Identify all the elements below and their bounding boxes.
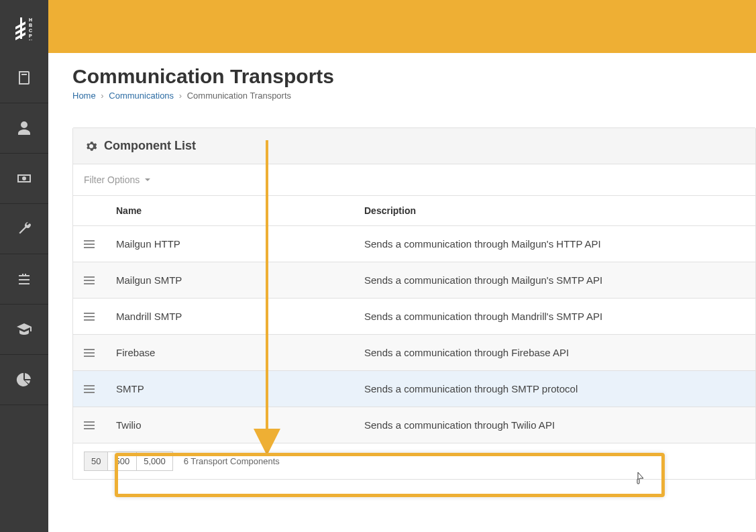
nav-chart-icon[interactable] xyxy=(0,355,48,405)
header-description[interactable]: Description xyxy=(364,205,745,216)
drag-handle-icon[interactable] xyxy=(84,384,116,394)
main-area: Communication Transports Home › Communic… xyxy=(48,0,756,532)
component-list-panel: Component List Filter Options Name Descr… xyxy=(72,127,756,480)
nav-graduation-icon[interactable] xyxy=(0,305,48,355)
nav-book-icon[interactable] xyxy=(0,53,48,103)
page-sizes: 505005,000 xyxy=(84,451,173,471)
svg-rect-12 xyxy=(84,276,95,278)
svg-rect-22 xyxy=(84,388,95,390)
drag-handle-icon[interactable] xyxy=(84,311,116,322)
top-banner xyxy=(48,0,756,53)
table-row[interactable]: Mandrill SMTPSends a communication throu… xyxy=(73,299,755,335)
table-footer: 505005,000 6 Transport Components xyxy=(73,443,755,479)
page-size-button[interactable]: 5,000 xyxy=(136,451,173,471)
svg-rect-16 xyxy=(84,316,95,317)
svg-text:C: C xyxy=(29,28,32,33)
panel-header: Component List xyxy=(73,128,755,164)
table-header: Name Description xyxy=(73,196,755,226)
row-description: Sends a communication through Mailgun's … xyxy=(364,238,745,250)
svg-text:P: P xyxy=(29,34,32,38)
svg-rect-29 xyxy=(637,479,639,484)
chevron-right-icon: › xyxy=(179,91,182,101)
row-name: Mailgun HTTP xyxy=(116,238,364,250)
svg-rect-26 xyxy=(84,428,95,429)
table-row[interactable]: TwilioSends a communication through Twil… xyxy=(73,407,755,443)
drag-handle-icon[interactable] xyxy=(84,348,116,358)
svg-rect-24 xyxy=(84,421,95,423)
drag-handle-icon[interactable] xyxy=(84,275,116,286)
filter-options-button[interactable]: Filter Options xyxy=(84,174,152,185)
breadcrumb-section[interactable]: Communications xyxy=(109,91,174,101)
table-row[interactable]: Mailgun HTTPSends a communication throug… xyxy=(73,226,755,262)
svg-rect-20 xyxy=(84,356,95,357)
svg-text:N: N xyxy=(29,39,32,40)
row-description: Sends a communication through Mandrill's… xyxy=(364,311,745,322)
logo[interactable]: H B C P N xyxy=(0,0,48,53)
row-description: Sends a communication through Firebase A… xyxy=(364,347,745,358)
row-description: Sends a communication through Twilio API xyxy=(364,419,745,431)
svg-rect-13 xyxy=(84,280,95,281)
svg-rect-21 xyxy=(84,385,95,386)
table-row[interactable]: Mailgun SMTPSends a communication throug… xyxy=(73,262,755,299)
svg-rect-18 xyxy=(84,349,95,350)
svg-rect-19 xyxy=(84,352,95,354)
row-name: Twilio xyxy=(116,419,364,431)
svg-rect-10 xyxy=(84,244,95,245)
row-name: Firebase xyxy=(116,347,364,358)
nav-money-icon[interactable] xyxy=(0,154,48,204)
svg-rect-14 xyxy=(84,283,95,284)
chevron-right-icon: › xyxy=(101,91,103,101)
row-description: Sends a communication through SMTP proto… xyxy=(364,383,745,394)
gear-icon xyxy=(85,140,97,152)
chevron-down-icon xyxy=(144,176,152,184)
svg-rect-25 xyxy=(84,425,95,426)
table-row[interactable]: FirebaseSends a communication through Fi… xyxy=(73,335,755,371)
svg-text:H: H xyxy=(29,17,32,22)
svg-text:B: B xyxy=(29,23,32,28)
row-description: Sends a communication through Mailgun's … xyxy=(364,274,745,286)
content: Communication Transports Home › Communic… xyxy=(48,53,756,532)
svg-rect-23 xyxy=(84,392,95,393)
svg-rect-9 xyxy=(84,240,95,242)
filter-row: Filter Options xyxy=(73,164,755,196)
table-body: Mailgun HTTPSends a communication throug… xyxy=(73,226,755,443)
filter-options-label: Filter Options xyxy=(84,174,140,185)
count-label: 6 Transport Components xyxy=(184,456,280,466)
page-size-button[interactable]: 500 xyxy=(107,451,137,471)
table-row[interactable]: SMTPSends a communication through SMTP p… xyxy=(73,371,755,407)
sidebar: H B C P N xyxy=(0,0,48,532)
svg-rect-17 xyxy=(84,319,95,321)
nav-wrench-icon[interactable] xyxy=(0,204,48,254)
drag-handle-icon[interactable] xyxy=(84,239,116,250)
header-name[interactable]: Name xyxy=(116,205,364,216)
page-size-button[interactable]: 50 xyxy=(84,451,108,471)
page-title: Communication Transports xyxy=(72,65,756,88)
panel-title: Component List xyxy=(104,139,196,153)
nav-user-icon[interactable] xyxy=(0,103,48,154)
row-name: Mandrill SMTP xyxy=(116,311,364,322)
svg-rect-11 xyxy=(84,247,95,248)
breadcrumb: Home › Communications › Communication Tr… xyxy=(72,91,756,101)
svg-rect-15 xyxy=(84,313,95,314)
nav-briefcase-icon[interactable] xyxy=(0,254,48,305)
breadcrumb-home[interactable]: Home xyxy=(72,91,96,101)
breadcrumb-current: Communication Transports xyxy=(187,91,291,101)
row-name: SMTP xyxy=(116,383,364,394)
drag-handle-icon[interactable] xyxy=(84,420,116,431)
row-name: Mailgun SMTP xyxy=(116,274,364,286)
